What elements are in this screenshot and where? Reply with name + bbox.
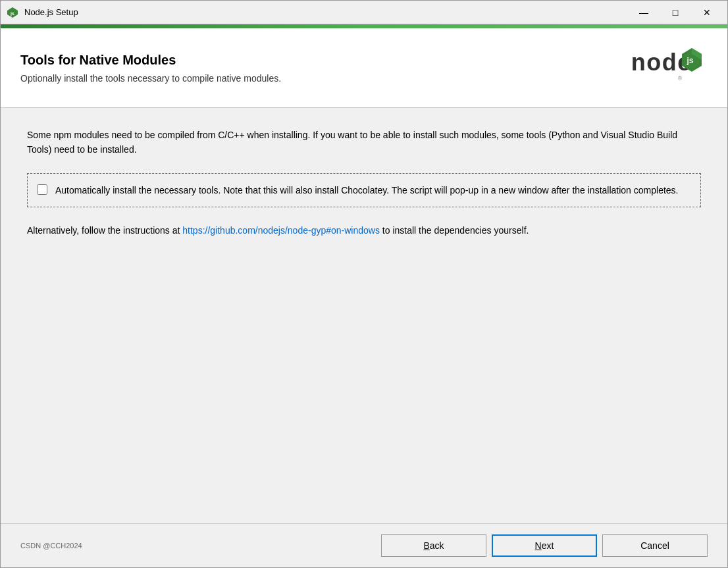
main-window: js Node.js Setup — □ ✕ Tools for Native … [0,0,728,568]
auto-install-checkbox[interactable] [37,184,47,195]
window-title: Node.js Setup [24,7,629,17]
page-title: Tools for Native Modules [20,53,281,68]
alternative-text-before: Alternatively, follow the instructions a… [27,225,182,236]
auto-install-label[interactable]: Automatically install the necessary tool… [55,183,679,197]
window-controls: — □ ✕ [629,3,722,22]
svg-text:®: ® [678,76,683,82]
intro-description: Some npm modules need to be compiled fro… [27,128,701,157]
footer: CSDN @CCH2024 Back Next Cancel [1,523,727,567]
checkbox-section: Automatically install the necessary tool… [27,173,701,207]
footer-buttons: Back Next Cancel [381,534,708,557]
maximize-button[interactable]: □ [660,3,690,22]
app-icon: js [6,6,19,19]
next-label: Next [535,540,554,551]
header-text: Tools for Native Modules Optionally inst… [20,53,281,84]
node-logo: node js ® [629,41,708,94]
next-button[interactable]: Next [492,534,597,557]
page-content: Some npm modules need to be compiled fro… [1,108,727,523]
back-button[interactable]: Back [381,534,486,557]
page-subtitle: Optionally install the tools necessary t… [20,73,281,84]
svg-text:js: js [10,11,14,16]
auto-install-checkbox-wrapper[interactable] [37,184,47,197]
minimize-button[interactable]: — [629,3,659,22]
title-bar: js Node.js Setup — □ ✕ [1,1,727,24]
watermark: CSDN @CCH2024 [20,542,82,550]
cancel-label: Cancel [640,540,669,551]
page-header: Tools for Native Modules Optionally inst… [1,28,727,108]
cancel-button[interactable]: Cancel [602,534,708,557]
alternative-description: Alternatively, follow the instructions a… [27,223,701,238]
back-label: Back [423,540,444,551]
close-button[interactable]: ✕ [692,3,722,22]
node-gyp-link[interactable]: https://github.com/nodejs/node-gyp#on-wi… [182,225,380,236]
alternative-text-after: to install the dependencies yourself. [380,225,529,236]
svg-text:js: js [687,56,694,65]
